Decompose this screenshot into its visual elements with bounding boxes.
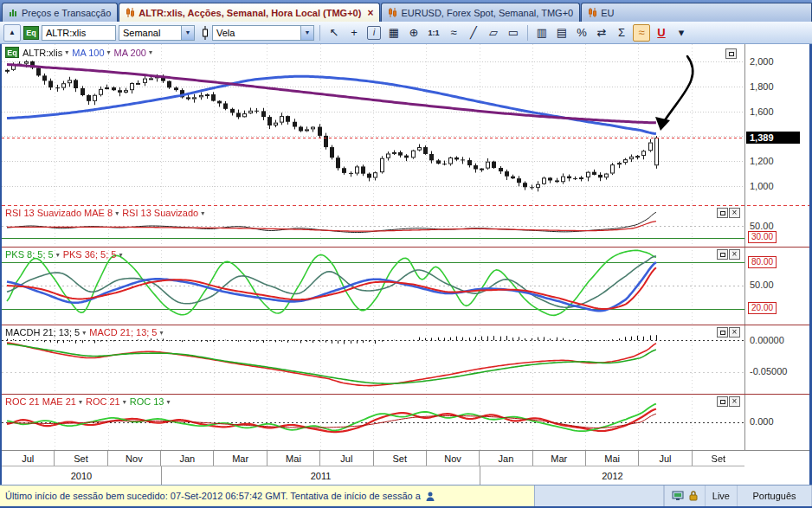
legend-macd[interactable]: MACD 21; 13; 5	[89, 327, 157, 338]
area-chart-icon[interactable]: ▤	[553, 24, 570, 42]
main-chart-legend: Eq ALTR:xlis▾ MA 100▾ MA 200▾	[5, 47, 152, 58]
panel-restore-button[interactable]	[717, 208, 728, 218]
timeframe-select[interactable]: Semanal ▼	[119, 25, 195, 41]
panel-close-button[interactable]: ×	[729, 208, 740, 218]
legend-roc-mae[interactable]: ROC 21 MAE 21	[5, 396, 76, 407]
wave-pressed-icon[interactable]: ≈	[633, 24, 650, 42]
toolbar-divider	[319, 25, 320, 41]
candlestick-icon	[201, 26, 209, 40]
bar-chart-icon	[9, 8, 18, 17]
candlestick-icon	[588, 8, 597, 17]
tab-label: Preços e Transacção	[22, 8, 111, 18]
live-indicator: Live	[706, 485, 738, 506]
panel-close-button[interactable]: ×	[729, 396, 740, 407]
compare-icon[interactable]: ⇄	[593, 24, 610, 42]
month-tick: Set	[692, 451, 744, 466]
year-label: 2012	[480, 466, 744, 485]
rsi-legend: RSI 13 Suavizado MAE 8▾ RSI 13 Suavizado…	[5, 208, 204, 218]
trendline-icon[interactable]: ╱	[465, 24, 482, 42]
crosshair-icon[interactable]: +	[345, 24, 363, 42]
legend-roc21[interactable]: ROC 21	[86, 396, 120, 407]
pks-tick-label: 50.00	[750, 280, 774, 290]
collapse-panel-button[interactable]: ▲	[3, 24, 21, 42]
menu-caret-icon[interactable]: ▾	[673, 24, 690, 42]
legend-rsi-mae[interactable]: RSI 13 Suavizado MAE 8	[5, 208, 113, 218]
info-icon[interactable]: i	[367, 26, 381, 40]
timeframe-value: Semanal	[119, 28, 181, 38]
chevron-down-icon: ▾	[159, 329, 163, 337]
tab-altr-xlis[interactable]: ALTR:xlis, Acções, Semanal, Hora Local (…	[119, 3, 380, 22]
tab-bar: Preços e Transacção ALTR:xlis, Acções, S…	[0, 0, 812, 22]
chart-type-select[interactable]: Vela ▼	[212, 25, 314, 41]
symbol-input[interactable]: ALTR:xlis	[42, 25, 116, 41]
price-tick-label: 2,000	[750, 56, 774, 67]
pks-level-label: 20.00	[748, 302, 777, 314]
lock-icon[interactable]	[689, 491, 698, 501]
chevron-down-icon: ▾	[79, 398, 82, 406]
price-chart-canvas[interactable]	[2, 44, 744, 205]
tab-eu-truncated[interactable]: EU	[581, 3, 812, 22]
month-tick: Mai	[585, 451, 638, 466]
zoom-icon[interactable]: ⊕	[405, 24, 422, 42]
pointer-icon[interactable]: ↖	[325, 24, 343, 42]
panel-separator[interactable]	[2, 205, 809, 206]
pks-level-label: 80.00	[748, 256, 777, 268]
instrument-type-badge: Eq	[23, 26, 39, 40]
tab-label: ALTR:xlis, Acções, Semanal, Hora Local (…	[139, 8, 361, 18]
macd-tick-label: 0.00000	[750, 335, 784, 345]
restore-icon	[720, 331, 725, 335]
month-tick: Mar	[532, 451, 585, 466]
chevron-down-icon: ▼	[181, 26, 194, 40]
language-selector[interactable]: Português	[738, 485, 812, 506]
legend-ma100[interactable]: MA 100	[72, 48, 104, 58]
legend-macdh[interactable]: MACDH 21; 13; 5	[5, 327, 80, 338]
one-to-one-icon[interactable]: 1:1	[425, 24, 442, 42]
login-status-text: Último início de sessão bem sucedido: 07…	[5, 491, 421, 501]
bar-chart-icon[interactable]: ▥	[533, 24, 551, 42]
chart-type-value: Vela	[213, 28, 300, 38]
chevron-down-icon: ▾	[149, 48, 152, 56]
restore-icon	[729, 52, 734, 56]
price-tick-label: 1,200	[750, 156, 774, 166]
panel-separator[interactable]	[2, 247, 809, 248]
panel-close-button[interactable]: ×	[729, 249, 740, 260]
chevron-down-icon: ▾	[119, 251, 122, 259]
candlestick-icon	[126, 8, 135, 17]
grid-icon[interactable]: ▦	[385, 24, 403, 42]
percent-scale-icon[interactable]: %	[573, 24, 590, 42]
legend-roc13[interactable]: ROC 13	[130, 396, 164, 407]
panel-restore-button[interactable]	[725, 48, 737, 59]
legend-pks-36[interactable]: PKS 36; 5; 5	[63, 249, 117, 260]
panel-close-button[interactable]: ×	[729, 327, 740, 338]
legend-pks-8[interactable]: PKS 8; 5; 5	[5, 249, 54, 260]
panel-restore-button[interactable]	[717, 249, 728, 260]
chevron-down-icon: ▾	[65, 48, 68, 56]
close-icon[interactable]: ×	[367, 8, 373, 18]
chevron-down-icon: ▾	[82, 329, 86, 337]
network-icon[interactable]	[672, 491, 684, 501]
roc-legend: ROC 21 MAE 21▾ ROC 21▾ ROC 13▾	[5, 396, 170, 407]
sum-icon[interactable]: Σ	[613, 24, 630, 42]
panel-separator[interactable]	[2, 325, 809, 325]
eraser-icon[interactable]: ▱	[485, 24, 502, 42]
legend-rsi[interactable]: RSI 13 Suavizado	[122, 208, 198, 218]
price-tick-label: 1,800	[750, 81, 774, 92]
legend-symbol[interactable]: ALTR:xlis	[23, 48, 62, 58]
application-window: Preços e Transacção ALTR:xlis, Acções, S…	[0, 0, 812, 508]
panel-restore-button[interactable]	[717, 396, 728, 407]
clear-drawings-icon[interactable]: ▭	[505, 24, 522, 42]
legend-ma200[interactable]: MA 200	[114, 48, 146, 58]
status-message: Último início de sessão bem sucedido: 07…	[0, 485, 535, 506]
underline-u-icon[interactable]: U	[653, 24, 670, 42]
month-tick: Jul	[2, 451, 54, 466]
tab-eurusd[interactable]: EURUSD, Forex Spot, Semanal, TMG+0	[381, 3, 580, 22]
panel-separator[interactable]	[2, 394, 809, 395]
panel-restore-button[interactable]	[717, 327, 728, 338]
tab-precos-e-transaccao[interactable]: Preços e Transacção	[2, 3, 118, 22]
year-axis[interactable]: 2010 2011 2012	[2, 466, 744, 485]
month-axis[interactable]: Jul Set Nov Jan Mar Mai Jul Set Nov Jan …	[2, 450, 744, 466]
pks-legend: PKS 8; 5; 5▾ PKS 36; 5; 5▾	[5, 249, 122, 260]
status-bar: Último início de sessão bem sucedido: 07…	[0, 485, 812, 506]
month-tick: Mai	[267, 451, 319, 466]
indicator-wave-icon[interactable]: ≈	[445, 24, 462, 42]
